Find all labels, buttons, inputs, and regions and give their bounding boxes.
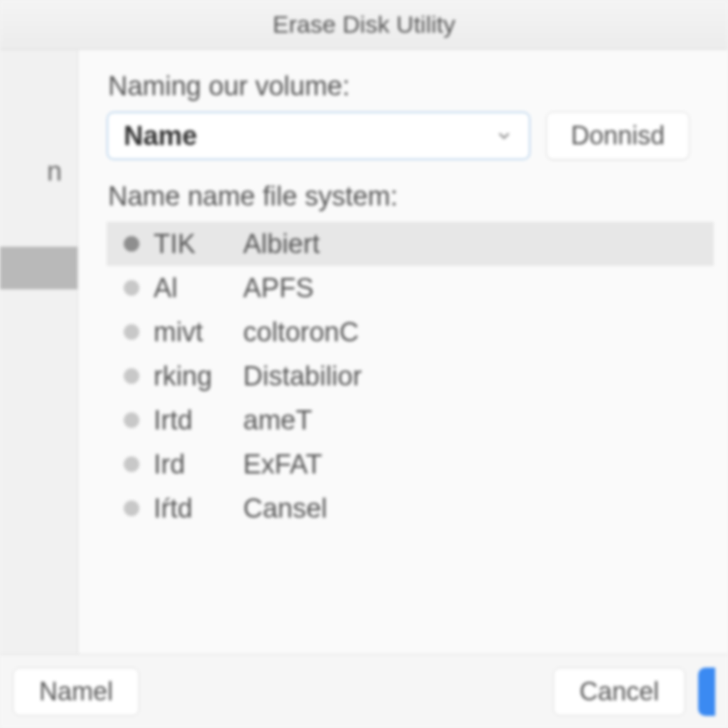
sidebar-text-fragment: n	[0, 50, 77, 187]
filesystem-col1: rking	[154, 361, 243, 392]
filesystem-row[interactable]: IŕtdCansel	[107, 486, 714, 530]
window: Erase Disk Utility n Naming our volume: …	[0, 0, 728, 728]
chevron-down-icon	[495, 127, 513, 145]
volume-name-combo[interactable]: Name	[107, 112, 530, 160]
sidebar: n	[0, 50, 78, 654]
filesystem-label: Name name file system:	[108, 181, 714, 212]
filesystem-row[interactable]: mivtcoltoronC	[107, 310, 714, 354]
filesystem-col2: APFS	[243, 273, 314, 304]
filesystem-col1: Al	[154, 273, 243, 304]
filesystem-col2: Distabilior	[243, 361, 362, 392]
filesystem-col1: Ird	[154, 449, 243, 480]
filesystem-row[interactable]: IrdExFAT	[107, 442, 714, 486]
namel-button[interactable]: Namel	[13, 668, 139, 716]
filesystem-col2: Cansel	[243, 493, 327, 524]
namel-button-label: Namel	[39, 677, 113, 707]
titlebar: Erase Disk Utility	[0, 0, 728, 50]
radio-icon	[124, 456, 139, 472]
filesystem-col2: ExFAT	[243, 449, 322, 480]
filesystem-col2: ameT	[243, 405, 312, 436]
filesystem-row[interactable]: TIKAlbiert	[107, 222, 714, 266]
filesystem-col1: Irtd	[154, 405, 243, 436]
window-title: Erase Disk Utility	[273, 11, 456, 38]
sidebar-item-selected[interactable]	[0, 247, 77, 289]
filesystem-row[interactable]: rkingDistabilior	[107, 354, 714, 398]
radio-icon	[124, 324, 139, 340]
radio-icon	[124, 500, 139, 516]
cancel-button-label: Cancel	[579, 677, 659, 707]
filesystem-col2: coltoronC	[243, 317, 359, 348]
radio-icon	[124, 412, 139, 428]
filesystem-col2: Albiert	[243, 229, 320, 259]
window-body: n Naming our volume: Name Donnisd Name n…	[0, 50, 728, 654]
primary-button-edge[interactable]	[698, 668, 715, 716]
radio-icon	[124, 236, 139, 252]
footer: Namel Cancel	[0, 654, 728, 728]
donnisd-button-label: Donnisd	[571, 121, 665, 151]
filesystem-col1: TIK	[154, 229, 243, 259]
volume-name-label: Naming our volume:	[108, 71, 714, 102]
filesystem-row[interactable]: IrtdameT	[107, 398, 714, 442]
radio-icon	[124, 368, 139, 384]
filesystem-row[interactable]: AlAPFS	[107, 266, 714, 310]
volume-name-combo-value: Name	[124, 121, 198, 151]
radio-icon	[124, 280, 139, 296]
filesystem-col1: Iŕtd	[154, 493, 243, 524]
donnisd-button[interactable]: Donnisd	[546, 112, 690, 160]
cancel-button[interactable]: Cancel	[553, 668, 685, 716]
filesystem-list: TIKAlbiertAlAPFSmivtcoltoronCrkingDistab…	[107, 222, 714, 530]
main-panel: Naming our volume: Name Donnisd Name nam…	[78, 50, 728, 654]
filesystem-col1: mivt	[154, 317, 243, 348]
